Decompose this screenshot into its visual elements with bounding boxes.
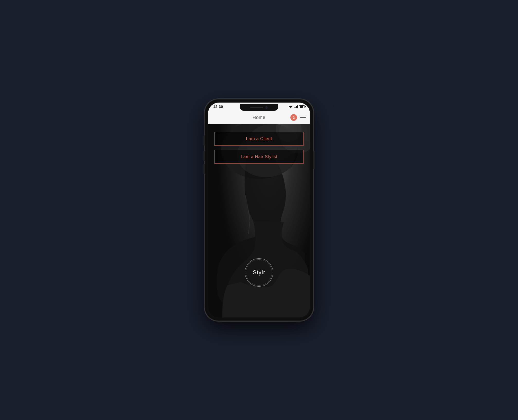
role-buttons-container: I am a Client I am a Hair Stylist [208,132,310,164]
client-button[interactable]: I am a Client [214,132,304,146]
signal-icon [294,105,298,108]
battery-fill [300,106,303,108]
notification-badge[interactable]: 2 [290,114,297,121]
battery-icon [299,105,305,108]
app-header: Home 2 [208,111,310,124]
header-title: Home [253,115,265,120]
hamburger-line-2 [300,117,306,118]
camera-notch [240,104,278,111]
status-icons [289,105,305,108]
stylist-button[interactable]: I am a Hair Stylist [214,150,304,164]
phone-device: 12:30 [205,99,313,321]
speaker [250,107,263,108]
front-camera [265,106,268,109]
logo-container: Stylr [245,258,273,287]
logo-circle: Stylr [245,258,273,287]
logo-text: Stylr [253,269,265,276]
status-time: 12:30 [213,105,223,109]
app-content: I am a Client I am a Hair Stylist Stylr [208,124,310,317]
phone-screen: 12:30 [208,103,310,317]
hamburger-line-1 [300,116,306,116]
hamburger-line-3 [300,119,306,119]
wifi-icon [289,105,292,108]
hamburger-menu-button[interactable] [300,116,306,119]
